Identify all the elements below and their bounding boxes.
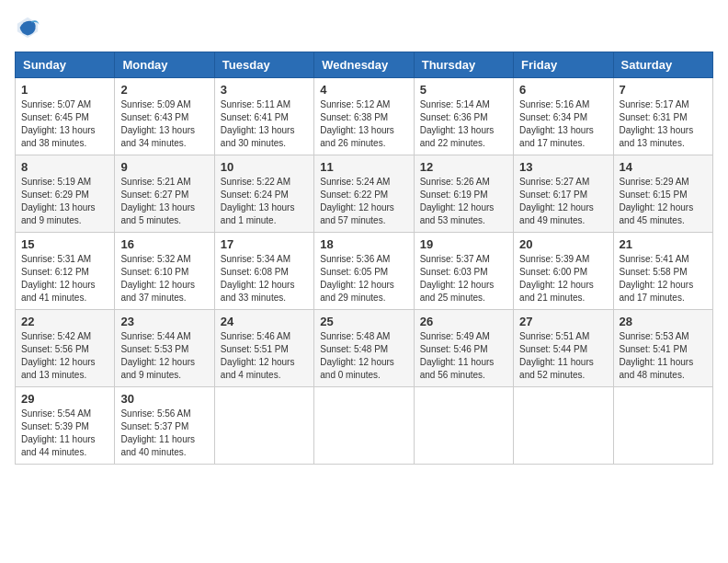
- day-info: Sunrise: 5:36 AMSunset: 6:05 PMDaylight:…: [320, 253, 407, 304]
- day-info: Sunrise: 5:49 AMSunset: 5:46 PMDaylight:…: [420, 330, 507, 382]
- day-info: Sunrise: 5:34 AMSunset: 6:08 PMDaylight:…: [221, 253, 308, 304]
- day-info: Sunrise: 5:27 AMSunset: 6:17 PMDaylight:…: [519, 176, 607, 227]
- day-number: 9: [120, 160, 208, 174]
- day-info: Sunrise: 5:53 AMSunset: 5:41 PMDaylight:…: [620, 330, 707, 382]
- day-number: 20: [519, 237, 607, 251]
- day-cell: 5 Sunrise: 5:14 AMSunset: 6:36 PMDayligh…: [414, 78, 513, 155]
- day-number: 11: [320, 160, 407, 174]
- day-cell: [613, 387, 712, 465]
- day-cell: 21 Sunrise: 5:41 AMSunset: 5:58 PMDaylig…: [613, 233, 712, 310]
- day-cell: 12 Sunrise: 5:26 AMSunset: 6:19 PMDaylig…: [414, 155, 513, 233]
- day-cell: 15 Sunrise: 5:31 AMSunset: 6:12 PMDaylig…: [16, 233, 115, 310]
- day-cell: 30 Sunrise: 5:56 AMSunset: 5:37 PMDaylig…: [115, 387, 214, 465]
- day-number: 2: [120, 83, 208, 97]
- day-number: 7: [620, 83, 707, 97]
- day-number: 10: [221, 160, 308, 174]
- day-number: 8: [21, 160, 108, 174]
- week-row-1: 1 Sunrise: 5:07 AMSunset: 6:45 PMDayligh…: [16, 78, 713, 155]
- day-number: 29: [21, 392, 108, 406]
- day-info: Sunrise: 5:56 AMSunset: 5:37 PMDaylight:…: [120, 408, 208, 459]
- day-info: Sunrise: 5:26 AMSunset: 6:19 PMDaylight:…: [420, 176, 507, 227]
- day-cell: [314, 387, 414, 465]
- day-cell: 14 Sunrise: 5:29 AMSunset: 6:15 PMDaylig…: [613, 155, 712, 233]
- day-number: 23: [120, 315, 208, 328]
- day-cell: 10 Sunrise: 5:22 AMSunset: 6:24 PMDaylig…: [214, 155, 313, 233]
- logo-icon: [15, 15, 40, 40]
- day-cell: 3 Sunrise: 5:11 AMSunset: 6:41 PMDayligh…: [214, 78, 313, 155]
- weekday-header-row: SundayMondayTuesdayWednesdayThursdayFrid…: [16, 52, 713, 78]
- day-cell: 29 Sunrise: 5:54 AMSunset: 5:39 PMDaylig…: [16, 387, 115, 465]
- day-info: Sunrise: 5:46 AMSunset: 5:51 PMDaylight:…: [221, 330, 308, 382]
- day-info: Sunrise: 5:39 AMSunset: 6:00 PMDaylight:…: [519, 253, 607, 304]
- day-number: 16: [120, 237, 208, 251]
- day-number: 24: [221, 315, 308, 328]
- weekday-sunday: Sunday: [16, 52, 115, 78]
- day-cell: 27 Sunrise: 5:51 AMSunset: 5:44 PMDaylig…: [514, 310, 613, 387]
- day-cell: 18 Sunrise: 5:36 AMSunset: 6:05 PMDaylig…: [314, 233, 414, 310]
- weekday-wednesday: Wednesday: [314, 52, 414, 78]
- day-cell: 9 Sunrise: 5:21 AMSunset: 6:27 PMDayligh…: [115, 155, 214, 233]
- day-info: Sunrise: 5:48 AMSunset: 5:48 PMDaylight:…: [320, 330, 407, 382]
- day-info: Sunrise: 5:22 AMSunset: 6:24 PMDaylight:…: [221, 176, 308, 227]
- day-cell: 8 Sunrise: 5:19 AMSunset: 6:29 PMDayligh…: [16, 155, 115, 233]
- weekday-monday: Monday: [115, 52, 214, 78]
- week-row-4: 22 Sunrise: 5:42 AMSunset: 5:56 PMDaylig…: [16, 310, 713, 387]
- weekday-saturday: Saturday: [613, 52, 712, 78]
- day-info: Sunrise: 5:12 AMSunset: 6:38 PMDaylight:…: [320, 98, 407, 150]
- weekday-friday: Friday: [514, 52, 613, 78]
- day-cell: [514, 387, 613, 465]
- day-cell: 13 Sunrise: 5:27 AMSunset: 6:17 PMDaylig…: [514, 155, 613, 233]
- page-header: [15, 15, 713, 40]
- day-info: Sunrise: 5:19 AMSunset: 6:29 PMDaylight:…: [21, 176, 108, 227]
- week-row-5: 29 Sunrise: 5:54 AMSunset: 5:39 PMDaylig…: [16, 387, 713, 465]
- day-cell: 11 Sunrise: 5:24 AMSunset: 6:22 PMDaylig…: [314, 155, 414, 233]
- day-info: Sunrise: 5:09 AMSunset: 6:43 PMDaylight:…: [120, 98, 208, 150]
- day-number: 28: [620, 315, 707, 328]
- day-number: 22: [21, 315, 108, 328]
- day-info: Sunrise: 5:42 AMSunset: 5:56 PMDaylight:…: [21, 330, 108, 382]
- day-cell: 22 Sunrise: 5:42 AMSunset: 5:56 PMDaylig…: [16, 310, 115, 387]
- day-cell: 24 Sunrise: 5:46 AMSunset: 5:51 PMDaylig…: [214, 310, 313, 387]
- day-info: Sunrise: 5:11 AMSunset: 6:41 PMDaylight:…: [221, 98, 308, 150]
- logo: [15, 15, 44, 40]
- week-row-3: 15 Sunrise: 5:31 AMSunset: 6:12 PMDaylig…: [16, 233, 713, 310]
- day-number: 26: [420, 315, 507, 328]
- day-number: 12: [420, 160, 507, 174]
- day-cell: [214, 387, 313, 465]
- day-cell: [414, 387, 513, 465]
- weekday-thursday: Thursday: [414, 52, 513, 78]
- day-info: Sunrise: 5:14 AMSunset: 6:36 PMDaylight:…: [420, 98, 507, 150]
- day-cell: 6 Sunrise: 5:16 AMSunset: 6:34 PMDayligh…: [514, 78, 613, 155]
- day-info: Sunrise: 5:17 AMSunset: 6:31 PMDaylight:…: [620, 98, 707, 150]
- day-number: 17: [221, 237, 308, 251]
- day-cell: 19 Sunrise: 5:37 AMSunset: 6:03 PMDaylig…: [414, 233, 513, 310]
- day-info: Sunrise: 5:21 AMSunset: 6:27 PMDaylight:…: [120, 176, 208, 227]
- day-number: 5: [420, 83, 507, 97]
- day-cell: 25 Sunrise: 5:48 AMSunset: 5:48 PMDaylig…: [314, 310, 414, 387]
- day-cell: 28 Sunrise: 5:53 AMSunset: 5:41 PMDaylig…: [613, 310, 712, 387]
- calendar-body: 1 Sunrise: 5:07 AMSunset: 6:45 PMDayligh…: [16, 78, 713, 465]
- day-number: 13: [519, 160, 607, 174]
- day-info: Sunrise: 5:16 AMSunset: 6:34 PMDaylight:…: [519, 98, 607, 150]
- day-number: 18: [320, 237, 407, 251]
- day-info: Sunrise: 5:44 AMSunset: 5:53 PMDaylight:…: [120, 330, 208, 382]
- day-info: Sunrise: 5:29 AMSunset: 6:15 PMDaylight:…: [620, 176, 707, 227]
- day-number: 21: [620, 237, 707, 251]
- day-cell: 20 Sunrise: 5:39 AMSunset: 6:00 PMDaylig…: [514, 233, 613, 310]
- day-info: Sunrise: 5:54 AMSunset: 5:39 PMDaylight:…: [21, 408, 108, 459]
- day-number: 30: [120, 392, 208, 406]
- calendar-table: SundayMondayTuesdayWednesdayThursdayFrid…: [15, 52, 713, 465]
- day-info: Sunrise: 5:32 AMSunset: 6:10 PMDaylight:…: [120, 253, 208, 304]
- day-cell: 17 Sunrise: 5:34 AMSunset: 6:08 PMDaylig…: [214, 233, 313, 310]
- day-number: 19: [420, 237, 507, 251]
- day-number: 6: [519, 83, 607, 97]
- weekday-tuesday: Tuesday: [214, 52, 313, 78]
- day-number: 15: [21, 237, 108, 251]
- day-number: 4: [320, 83, 407, 97]
- day-cell: 16 Sunrise: 5:32 AMSunset: 6:10 PMDaylig…: [115, 233, 214, 310]
- day-info: Sunrise: 5:07 AMSunset: 6:45 PMDaylight:…: [21, 98, 108, 150]
- day-cell: 2 Sunrise: 5:09 AMSunset: 6:43 PMDayligh…: [115, 78, 214, 155]
- day-number: 1: [21, 83, 108, 97]
- week-row-2: 8 Sunrise: 5:19 AMSunset: 6:29 PMDayligh…: [16, 155, 713, 233]
- day-info: Sunrise: 5:41 AMSunset: 5:58 PMDaylight:…: [620, 253, 707, 304]
